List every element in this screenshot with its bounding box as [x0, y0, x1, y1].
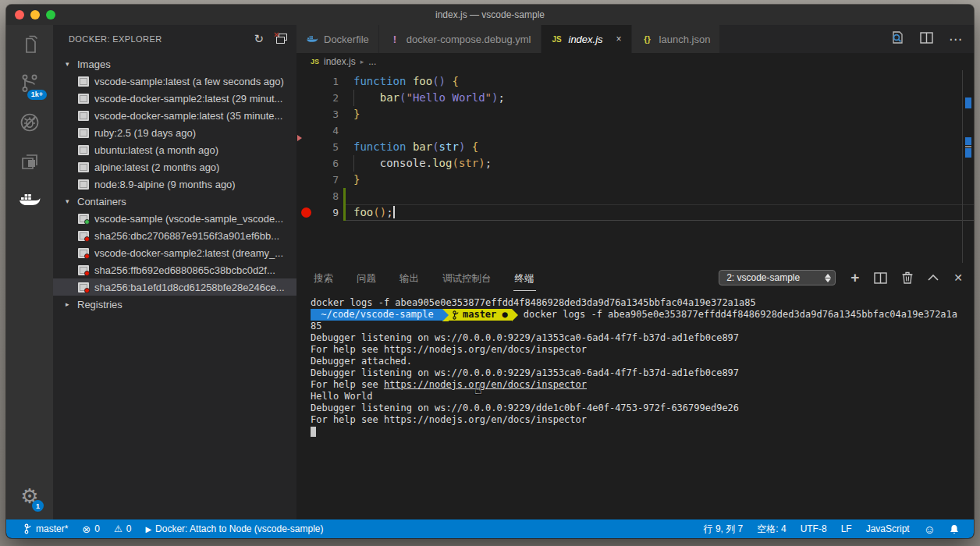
terminal-select[interactable]: 2: vscode-sample [719, 270, 836, 285]
tree-item[interactable]: alpine:latest (2 months ago) [53, 158, 296, 176]
activity-bar-files-icon[interactable] [6, 25, 53, 64]
tree-item[interactable]: node:8.9-alpine (9 months ago) [53, 176, 296, 193]
maximize-panel-icon[interactable] [928, 275, 939, 281]
code-lines: 1function foo() {2 bar("Hello World");3}… [296, 73, 974, 221]
status--4[interactable]: 空格: 4 [750, 523, 793, 536]
tab-dockerfile[interactable]: Dockerfile [296, 25, 379, 53]
tree-item-label: alpine:latest (2 months ago) [94, 161, 219, 173]
code-line[interactable]: 3} [296, 106, 974, 122]
split-editor-icon[interactable] [920, 32, 933, 47]
activity-bar-docker-icon[interactable] [6, 181, 53, 220]
status-branch[interactable]: master* [17, 523, 75, 534]
open-preview-icon[interactable] [890, 30, 904, 48]
panel-tab[interactable]: 调试控制台 [441, 264, 493, 291]
panel-tab[interactable]: 问题 [355, 264, 378, 291]
vscode-window: index.js — vscode-sample 1k+ ⚙1 DOCKER: … [6, 5, 974, 538]
tree-section-registries[interactable]: ▸Registries [53, 296, 296, 313]
terminal-line: Hello World [311, 391, 974, 402]
panel-tab[interactable]: 终端 [513, 264, 536, 291]
tree-item-label: vscode-docker-sample:latest (35 minute..… [94, 110, 282, 122]
status-warning[interactable]: ⚠0 [107, 523, 138, 534]
exclaim-tab-icon: ! [389, 34, 401, 45]
gutter[interactable]: 7 [296, 172, 342, 188]
tree-section-containers[interactable]: ▾Containers [53, 193, 296, 210]
gutter[interactable]: 2 [296, 90, 342, 106]
docker-explorer-sidebar: DOCKER: EXPLORER ↻ ✕ ▾Imagesvscode-sampl… [53, 25, 296, 519]
tree-item-label: ruby:2.5 (19 days ago) [94, 127, 196, 139]
activity-bar-debug-icon[interactable] [6, 103, 53, 142]
split-terminal-icon[interactable] [874, 272, 887, 284]
terminal-link[interactable]: https://nodejs.org/en/docs/inspector [384, 379, 587, 391]
new-terminal-icon[interactable]: + [850, 269, 859, 286]
panel-bar: 搜索问题输出调试控制台终端 2: vscode-sample + [296, 263, 974, 292]
code-editor[interactable]: 1function foo() {2 bar("Hello World");3}… [296, 70, 974, 263]
status-play[interactable]: ▶Docker: Attach to Node (vscode-sample) [138, 523, 330, 534]
code-line[interactable]: 7} [296, 172, 974, 188]
status-lf[interactable]: LF [834, 523, 859, 534]
tree-item[interactable]: sha256:dbc2706887e9156f3a901ef6bb... [53, 227, 296, 244]
container-icon [78, 248, 89, 258]
gutter[interactable]: 9 [296, 204, 342, 221]
gutter[interactable]: 5 [296, 139, 342, 155]
text-cursor [393, 206, 395, 218]
tree-item[interactable]: sha256:ba1efd1d8cd61258bfe28e246ce... [53, 278, 296, 296]
tree-item[interactable]: vscode-docker-sample2:latest (dreamy_... [53, 244, 296, 261]
gutter[interactable]: 4 [296, 122, 342, 139]
overview-ruler[interactable] [962, 70, 974, 263]
tree-item[interactable]: vscode-docker-sample2:latest (29 minut..… [53, 90, 296, 107]
prune-icon[interactable]: ✕ [275, 34, 287, 44]
bell-icon [950, 524, 959, 534]
close-panel-icon[interactable]: ✕ [953, 271, 963, 284]
status-dot-stopped [84, 254, 90, 259]
tree-item[interactable]: vscode-sample (vscode-sample_vscode... [53, 210, 296, 227]
panel-tab[interactable]: 输出 [398, 264, 421, 291]
tree-item[interactable]: sha256:ffb692ed6880865c38bcbc0d2f... [53, 261, 296, 278]
tree-section-images[interactable]: ▾Images [53, 55, 296, 73]
tree-item[interactable]: ruby:2.5 (19 days ago) [53, 124, 296, 141]
breadcrumb-file[interactable]: index.js [324, 56, 356, 67]
status-bell[interactable] [943, 524, 966, 534]
tab-label: index.js [569, 34, 603, 45]
code-line[interactable]: 5function bar(str) { [296, 139, 974, 155]
status-javascript[interactable]: JavaScript [859, 523, 917, 534]
more-actions-icon[interactable]: ⋯ [949, 31, 963, 48]
refresh-icon[interactable]: ↻ [254, 32, 264, 46]
breakpoint-icon[interactable] [301, 207, 311, 218]
gutter[interactable]: 6 [296, 155, 342, 172]
status-dot-stopped [84, 271, 90, 276]
close-tab-icon[interactable]: × [616, 34, 622, 44]
code-line[interactable]: 4 [296, 122, 974, 139]
code-line[interactable]: 8 [296, 188, 974, 204]
settings-badge: 1 [32, 500, 44, 512]
line-number: 9 [307, 204, 339, 221]
code-line[interactable]: 1function foo() { [296, 73, 974, 90]
status-error[interactable]: ⊗0 [75, 523, 107, 535]
tree-item[interactable]: vscode-docker-sample:latest (35 minute..… [53, 107, 296, 124]
tab-launch-json[interactable]: {}launch.json [632, 25, 721, 53]
status--9-7[interactable]: 行 9, 列 7 [697, 523, 751, 536]
code-line[interactable]: 6 console.log(str); [296, 155, 974, 172]
tree-item[interactable]: vscode-sample:latest (a few seconds ago) [53, 73, 296, 90]
settings-gear-icon[interactable]: ⚙1 [6, 484, 53, 509]
activity-bar-source-control-icon[interactable]: 1k+ [6, 64, 53, 103]
activity-bar-extensions-icon[interactable] [6, 142, 53, 181]
terminal-line [311, 426, 974, 438]
gutter[interactable]: 3 [296, 106, 342, 122]
breadcrumb-more[interactable]: ... [368, 56, 376, 67]
panel-tab[interactable]: 搜索 [312, 264, 335, 291]
status-bar: master*⊗0⚠0▶Docker: Attach to Node (vsco… [6, 519, 974, 538]
status-smiley[interactable]: ☺ [917, 523, 943, 536]
gutter[interactable]: 1 [296, 73, 342, 90]
status-utf-8[interactable]: UTF-8 [794, 523, 834, 534]
terminal-output[interactable]: docker logs -f abea905e0e353877effdd4f84… [296, 292, 974, 519]
breadcrumb[interactable]: JS index.js ▸ ... [296, 53, 974, 70]
tab-docker-compose-debug-yml[interactable]: !docker-compose.debug.yml [379, 25, 541, 53]
kill-terminal-icon[interactable] [902, 271, 913, 284]
smiley-icon: ☺ [924, 523, 936, 536]
tree-item[interactable]: ubuntu:latest (a month ago) [53, 141, 296, 158]
code-line[interactable]: 2 bar("Hello World"); [296, 90, 974, 106]
code-line[interactable]: 9foo(); [296, 204, 974, 221]
tab-label: docker-compose.debug.yml [407, 34, 531, 45]
gutter[interactable]: 8 [296, 188, 342, 204]
tab-index-js[interactable]: JSindex.js× [541, 25, 632, 53]
